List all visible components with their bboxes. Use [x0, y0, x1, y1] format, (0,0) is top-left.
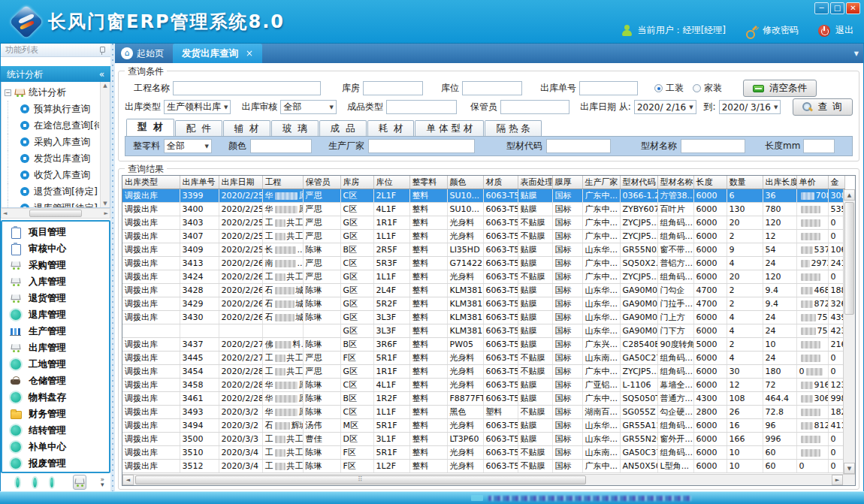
sidebar-item[interactable]: 生产管理 [2, 323, 109, 340]
sidebar-item[interactable]: 财务管理 [2, 406, 109, 422]
radio-gongzhuang[interactable]: 工装 [654, 82, 684, 95]
more-chevron-icon[interactable]: »▾ [100, 477, 104, 487]
column-header[interactable]: 出库类型 [122, 176, 180, 189]
tab-close-icon[interactable]: × [246, 48, 253, 59]
date-to-picker[interactable]: 2020/ 3/16▼ [719, 100, 781, 114]
sidebar-splitter[interactable] [110, 44, 115, 491]
tree-item[interactable]: 发货出库查询 [8, 150, 99, 167]
table-row[interactable]: 调拨出库34542020/2/28工共工程严思G区1R1F整料光身料6063-T… [122, 364, 844, 378]
tree-item[interactable]: 收货入库查询 [8, 167, 99, 183]
scroll-thumb[interactable] [844, 202, 854, 315]
sidebar-item[interactable]: 报废管理 [2, 455, 109, 472]
table-row[interactable]: 调拨出库34302020/2/26石城陈琳G区3L3F整料KLM38176063… [122, 310, 844, 324]
tree-item[interactable]: 退库管理[待定] [8, 200, 99, 208]
project-name-input[interactable] [173, 81, 321, 95]
tree-item[interactable]: 退货查询[待定] [8, 183, 99, 200]
column-header[interactable]: 出库日期 [219, 176, 262, 189]
minimize-button[interactable]: ─ [814, 2, 829, 14]
scroll-thumb[interactable] [135, 475, 586, 484]
material-tab[interactable]: 型 材 [126, 119, 174, 136]
scroll-left-icon[interactable]: ◄ [3, 210, 7, 216]
sidebar-item[interactable]: 采购管理 [2, 257, 109, 273]
search-button[interactable]: 查 询 [793, 98, 853, 116]
table-row[interactable]: 调拨出库34932020/3/2华原..陈琳C区1L1F整料黑色塑料不贴膜国标湖… [122, 405, 844, 418]
code-input[interactable] [546, 139, 611, 153]
order-no-input[interactable] [579, 81, 638, 95]
zhenglingliao-select[interactable]: 全部▼ [164, 139, 212, 153]
tab-home[interactable]: ⌂ 起始页 [115, 44, 173, 63]
scroll-down-icon[interactable]: ▼ [844, 463, 855, 474]
tree-root[interactable]: − 统计分析 [5, 84, 99, 101]
table-row[interactable]: 调拨出库35102020/3/4工共工程陈琳F区5R1F整料光身料6063-T5… [122, 445, 844, 459]
table-row[interactable]: 调拨出库35122020/3/4工共工程陈琳F区1L2F整料光身料6063-T5… [122, 459, 844, 472]
circle-icon[interactable] [33, 478, 37, 487]
tree-item[interactable]: 采购入库查询 [8, 134, 99, 150]
column-header[interactable]: 生产厂家 [582, 176, 620, 189]
tree-expander-icon[interactable]: − [5, 89, 11, 96]
sidebar-item[interactable]: 物料盘存 [2, 389, 109, 406]
sidebar-item[interactable]: 结转管理 [2, 422, 109, 439]
column-header[interactable]: 库房 [340, 176, 373, 189]
table-row[interactable]: 调拨出库34282020/2/26石城陈琳G区2L4F整料KLM38176063… [122, 283, 844, 297]
clear-conditions-button[interactable]: 清空条件 [743, 80, 817, 97]
table-row[interactable]: 调拨出库34132020/2/26南...严思C区5R3F整料G71422606… [122, 256, 844, 270]
pin-icon[interactable] [98, 46, 106, 55]
collapse-icon[interactable]: « [99, 67, 104, 82]
product-type-input[interactable] [386, 100, 457, 114]
column-header[interactable]: 膜厚 [552, 176, 582, 189]
sidebar-item[interactable]: 仓储管理 [2, 373, 109, 389]
scroll-right-icon[interactable]: ► [832, 475, 843, 485]
column-header[interactable]: 材质 [483, 176, 518, 189]
column-header[interactable]: 出库单号 [180, 176, 219, 189]
tab-overflow-icon[interactable]: ▼ [854, 50, 859, 57]
cart-toolbar-button[interactable] [73, 475, 86, 490]
material-tab[interactable]: 隔 热 条 [485, 120, 541, 136]
column-header[interactable]: 型材代码 [620, 176, 657, 189]
sidebar-item[interactable]: 退货管理 [2, 290, 109, 306]
scroll-right-icon[interactable]: ► [104, 210, 108, 216]
location-input[interactable] [462, 81, 522, 95]
table-row[interactable]: 调拨出库34292020/2/26石城陈琳G区5R2F整料KLM38176063… [122, 297, 844, 310]
sidebar-item[interactable]: 退库管理 [2, 306, 109, 323]
column-header[interactable]: 表面处理 [518, 176, 552, 189]
table-row[interactable]: 调拨出库34452020/2/27工共工程严思F区5R1F整料光身料6063-T… [122, 351, 844, 364]
change-password-link[interactable]: 修改密码 [763, 24, 799, 37]
grid-vertical-scrollbar[interactable]: ▲ ▼ [843, 189, 855, 474]
table-row[interactable]: 调拨出库35002020/3/3工共工程曹佳D区3L1F整料LT3P606063… [122, 432, 844, 445]
column-header[interactable]: 金 [828, 176, 844, 189]
column-header[interactable]: 出库长度 [763, 176, 796, 189]
column-header[interactable]: 工程 [262, 176, 303, 189]
maximize-button[interactable]: □ [830, 2, 844, 14]
logout-link[interactable]: 退出 [835, 24, 853, 37]
tree-horizontal-scrollbar[interactable]: ◄ ► [1, 208, 110, 219]
sidebar-item[interactable]: 项目管理 [2, 224, 109, 240]
scroll-thumb[interactable] [29, 210, 82, 217]
grid-horizontal-scrollbar[interactable]: ◄ ► [122, 474, 855, 485]
table-row[interactable]: 调拨出库33992020/2/25华原..严思C区2L1F整料SU10...60… [122, 189, 844, 202]
close-button[interactable]: ✕ [846, 2, 860, 14]
material-tab[interactable]: 配 件 [175, 120, 222, 136]
sidebar-item[interactable]: 补单中心 [2, 439, 109, 455]
tree-item[interactable]: 预算执行查询 [8, 101, 99, 117]
material-tab[interactable]: 成 品 [319, 120, 367, 136]
table-row[interactable]: 调拨出库34092020/2/25长...陈琳B区2R5F整料LI35HD606… [122, 243, 844, 256]
tree-item[interactable]: 在途信息查询[待 [8, 117, 99, 134]
maker-input[interactable] [368, 139, 475, 153]
circle-icon[interactable] [16, 478, 20, 487]
material-tab[interactable]: 单 体 型 材 [415, 120, 484, 136]
table-row[interactable]: 调拨出库34612020/2/28华原..陈琳B区1R2F整料F8877FT60… [122, 391, 844, 405]
table-row[interactable]: 调拨出库34002020/2/25华原..严思C区4L1F整料SU10...60… [122, 202, 844, 216]
sidebar-item[interactable]: 入库管理 [2, 273, 109, 290]
column-header[interactable]: 长度 [693, 176, 727, 189]
column-header[interactable]: 保管员 [303, 176, 340, 189]
name-input[interactable] [681, 139, 745, 153]
radio-jiazhuang[interactable]: 家装 [693, 82, 722, 95]
material-tab[interactable]: 玻 璃 [271, 120, 319, 136]
material-tab[interactable]: 辅 材 [223, 120, 270, 136]
date-from-picker[interactable]: 2020/ 2/16▼ [634, 100, 696, 114]
column-header[interactable]: 库位 [373, 176, 409, 189]
column-header[interactable]: 整零料 [409, 176, 447, 189]
sidebar-item[interactable]: 审核中心 [2, 240, 109, 257]
sidebar-item[interactable]: 工地管理 [2, 356, 109, 373]
keeper-input[interactable] [500, 100, 569, 114]
